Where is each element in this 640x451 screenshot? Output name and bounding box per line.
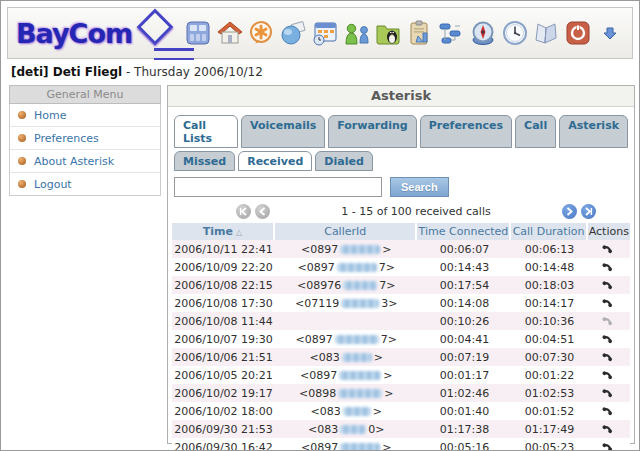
- call-duration: 00:14:48: [511, 258, 587, 276]
- caller-id: <0897>: [275, 366, 417, 384]
- table-row: 2006/10/02 19:17<0898>01:02:4601:02:53: [172, 384, 630, 402]
- current-user: [deti] Deti Fliegl: [11, 65, 122, 79]
- sidebar-item-label: About Asterisk: [34, 155, 114, 168]
- call-duration: 00:06:13: [511, 240, 587, 258]
- book-icon[interactable]: [532, 19, 560, 47]
- redacted-number: [340, 425, 366, 434]
- userbar-separator: -: [122, 65, 134, 79]
- bullet-icon: [18, 134, 26, 142]
- caller-id: <0897>: [275, 438, 417, 451]
- search-input[interactable]: [174, 177, 382, 197]
- tab-dialed[interactable]: Dialed: [315, 151, 372, 171]
- call-duration: 00:01:52: [511, 402, 587, 420]
- column-header-actions[interactable]: Actions: [588, 223, 630, 240]
- call-time: 2006/10/11 22:41: [172, 240, 275, 258]
- table-row: 2006/10/05 20:21<0897>00:01:1700:01:22: [172, 366, 630, 384]
- tab-received[interactable]: Received: [238, 151, 312, 171]
- sidebar-title: General Menu: [9, 85, 161, 104]
- column-header-call-duration[interactable]: Call Duration: [511, 223, 587, 240]
- call-back-phone-icon[interactable]: [602, 439, 615, 451]
- sort-ascending-icon: △: [236, 228, 242, 237]
- sidebar-item-about-asterisk[interactable]: About Asterisk: [10, 150, 160, 173]
- call-back-phone-icon[interactable]: [602, 295, 615, 311]
- tab-voicemails[interactable]: Voicemails: [241, 115, 325, 148]
- call-back-phone-icon[interactable]: [602, 241, 615, 257]
- first-page-icon[interactable]: [236, 204, 251, 219]
- call-back-phone-icon[interactable]: [602, 421, 615, 437]
- power-icon[interactable]: [564, 19, 592, 47]
- table-header-row: Time△CallerIdTime ConnectedCall Duration…: [172, 223, 630, 240]
- table-row: 2006/10/09 22:20<08977>00:14:4300:14:48: [172, 258, 630, 276]
- tab-missed[interactable]: Missed: [174, 151, 235, 171]
- home-icon[interactable]: [216, 19, 244, 47]
- call-back-phone-icon[interactable]: [602, 277, 615, 293]
- collapse-arrow-icon[interactable]: [596, 19, 624, 47]
- compass-icon[interactable]: [469, 19, 497, 47]
- workflow-icon[interactable]: [437, 19, 465, 47]
- column-header-time-connected[interactable]: Time Connected: [417, 223, 511, 240]
- call-duration: 00:10:36: [511, 312, 587, 330]
- caller-id-text: <0897: [296, 333, 333, 346]
- clock-icon[interactable]: [501, 19, 529, 47]
- tab-forwarding[interactable]: Forwarding: [328, 115, 416, 148]
- current-date: Thursday 2006/10/12: [134, 65, 263, 79]
- clipboard-icon[interactable]: [406, 19, 434, 47]
- table-row: 2006/09/30 21:53<0830>01:17:3801:17:49: [172, 420, 630, 438]
- call-time: 2006/10/08 11:44: [172, 312, 275, 330]
- redacted-number: [343, 281, 377, 290]
- asterisk-icon[interactable]: [247, 19, 275, 47]
- column-header-callerid[interactable]: CallerId: [275, 223, 417, 240]
- call-back-phone-icon[interactable]: [602, 259, 615, 275]
- call-time: 2006/10/06 21:51: [172, 348, 275, 366]
- caller-id-text: <0897: [298, 261, 335, 274]
- column-header-time[interactable]: Time△: [172, 223, 275, 240]
- search-button[interactable]: Search: [390, 177, 449, 197]
- calendar-icon[interactable]: [311, 19, 339, 47]
- call-back-phone-icon[interactable]: [602, 349, 615, 365]
- globe-mail-icon[interactable]: [279, 19, 307, 47]
- phone-system-icon[interactable]: [184, 19, 212, 47]
- users-icon[interactable]: [342, 19, 370, 47]
- toolbar: BayCom: [7, 7, 633, 59]
- call-back-phone-icon[interactable]: [602, 367, 615, 383]
- call-duration: 01:02:53: [511, 384, 587, 402]
- caller-id: <0898>: [275, 384, 417, 402]
- sidebar-item-logout[interactable]: Logout: [10, 173, 160, 195]
- call-duration: 00:05:23: [511, 438, 587, 451]
- next-page-icon[interactable]: [562, 204, 577, 219]
- caller-id-text: 7>: [379, 261, 395, 274]
- pagination: 1 - 15 of 100 received calls: [172, 204, 630, 219]
- caller-id: <083>: [275, 402, 417, 420]
- call-back-phone-icon[interactable]: [602, 331, 615, 347]
- last-page-icon[interactable]: [581, 204, 596, 219]
- redacted-number: [340, 443, 380, 451]
- redacted-number: [342, 353, 372, 362]
- call-back-phone-icon[interactable]: [602, 403, 615, 419]
- tab-call-lists[interactable]: Call Lists: [174, 115, 238, 148]
- table-row: 2006/10/11 22:41<0897>00:06:0700:06:13: [172, 240, 630, 258]
- folder-tux-icon[interactable]: [374, 19, 402, 47]
- user-date-bar: [deti] Deti Fliegl - Thursday 2006/10/12: [11, 65, 263, 79]
- prev-page-icon[interactable]: [255, 204, 270, 219]
- baycom-logo[interactable]: BayCom: [16, 18, 174, 49]
- sidebar-item-preferences[interactable]: Preferences: [10, 127, 160, 150]
- tab-preferences[interactable]: Preferences: [420, 115, 512, 148]
- redacted-number: [339, 371, 381, 380]
- call-duration: 00:07:30: [511, 348, 587, 366]
- call-time: 2006/10/08 22:15: [172, 276, 275, 294]
- call-back-phone-icon[interactable]: [602, 313, 615, 329]
- row-actions: [588, 276, 630, 294]
- table-row: 2006/10/08 11:4400:10:2600:10:36: [172, 312, 630, 330]
- call-back-phone-icon[interactable]: [602, 385, 615, 401]
- baycom-logo-text: BayCom: [16, 18, 132, 49]
- sidebar-item-home[interactable]: Home: [10, 104, 160, 127]
- caller-id-text: >: [382, 441, 391, 451]
- caller-id-text: >: [384, 387, 393, 400]
- caller-id: <08977>: [275, 330, 417, 348]
- caller-id: <0897>: [275, 240, 417, 258]
- tab-call[interactable]: Call: [515, 115, 556, 148]
- sidebar-item-label: Logout: [34, 178, 72, 191]
- row-actions: [588, 258, 630, 276]
- tab-asterisk[interactable]: Asterisk: [559, 115, 628, 148]
- caller-id-text: >: [373, 405, 382, 418]
